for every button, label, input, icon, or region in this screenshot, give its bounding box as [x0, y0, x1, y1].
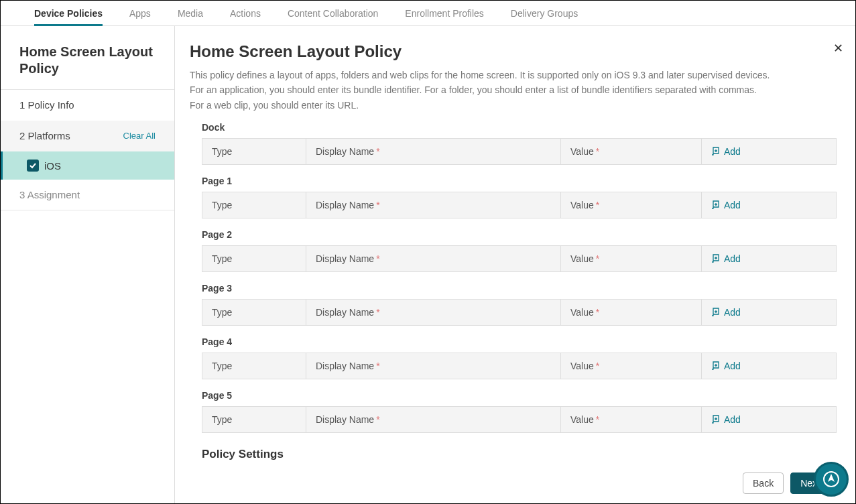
- add-label: Add: [724, 253, 741, 264]
- tab-actions[interactable]: Actions: [230, 1, 261, 25]
- header-row: Type Display Name* Value* Add: [202, 353, 837, 379]
- add-icon: [711, 254, 721, 263]
- clear-all-link[interactable]: Clear All: [123, 131, 156, 141]
- compass-icon: [822, 470, 840, 488]
- add-icon: [711, 361, 721, 371]
- col-value: Value*: [561, 407, 702, 432]
- navigation-fab[interactable]: [814, 462, 849, 497]
- col-display-name: Display Name*: [306, 353, 561, 379]
- col-add: Add: [702, 407, 836, 432]
- header-row: Type Display Name* Value* Add: [202, 192, 837, 218]
- content-area: ✕ Home Screen Layout Policy This policy …: [175, 26, 855, 503]
- tab-enrollment-profiles[interactable]: Enrollment Profiles: [405, 1, 484, 25]
- tab-media[interactable]: Media: [178, 1, 203, 25]
- header-row: Type Display Name* Value* Add: [202, 406, 837, 433]
- sidebar: Home Screen Layout Policy 1 Policy Info …: [1, 26, 175, 503]
- add-icon: [711, 147, 721, 156]
- section-label: Page 3: [202, 283, 837, 294]
- col-display-name: Display Name*: [306, 300, 561, 325]
- section-page-4: Page 4 Type Display Name* Value* Add: [202, 336, 837, 379]
- add-label: Add: [724, 307, 741, 318]
- desc-line-3: For a web clip, you should enter its URL…: [190, 98, 837, 113]
- section-label: Page 2: [202, 229, 837, 240]
- add-label: Add: [724, 200, 741, 210]
- col-display-name: Display Name*: [306, 192, 561, 218]
- col-type: Type: [202, 246, 306, 271]
- platform-ios[interactable]: iOS: [1, 151, 174, 180]
- col-type: Type: [202, 139, 306, 164]
- add-button[interactable]: Add: [711, 200, 741, 210]
- col-add: Add: [702, 139, 836, 164]
- col-value: Value*: [561, 353, 702, 379]
- section-page-3: Page 3 Type Display Name* Value* Add: [202, 283, 837, 326]
- col-value: Value*: [561, 192, 702, 218]
- add-button[interactable]: Add: [711, 307, 741, 318]
- col-add: Add: [702, 300, 836, 325]
- add-button[interactable]: Add: [711, 146, 741, 157]
- col-add: Add: [702, 246, 836, 271]
- col-type: Type: [202, 353, 306, 379]
- col-value: Value*: [561, 139, 702, 164]
- platform-ios-label: iOS: [44, 160, 61, 172]
- sidebar-title: Home Screen Layout Policy: [1, 26, 174, 90]
- add-button[interactable]: Add: [711, 414, 741, 425]
- add-label: Add: [724, 361, 741, 371]
- page-title: Home Screen Layout Policy: [190, 42, 837, 61]
- section-page-1: Page 1 Type Display Name* Value* Add: [202, 176, 837, 218]
- header-row: Type Display Name* Value* Add: [202, 245, 837, 272]
- step-platforms-label: 2 Platforms: [19, 130, 70, 141]
- col-type: Type: [202, 300, 306, 325]
- add-icon: [711, 415, 721, 424]
- section-page-2: Page 2 Type Display Name* Value* Add: [202, 229, 837, 272]
- close-icon[interactable]: ✕: [833, 41, 843, 56]
- add-icon: [711, 308, 721, 317]
- add-button[interactable]: Add: [711, 361, 741, 371]
- step-policy-info[interactable]: 1 Policy Info: [1, 90, 174, 121]
- tab-delivery-groups[interactable]: Delivery Groups: [511, 1, 578, 25]
- add-icon: [711, 200, 721, 210]
- section-label: Dock: [202, 122, 837, 133]
- checkbox-ios-icon[interactable]: [27, 160, 39, 172]
- col-display-name: Display Name*: [306, 139, 561, 164]
- step-assignment[interactable]: 3 Assignment: [1, 180, 174, 210]
- section-label: Page 1: [202, 176, 837, 186]
- col-display-name: Display Name*: [306, 246, 561, 271]
- back-button[interactable]: Back: [743, 472, 784, 494]
- tab-apps[interactable]: Apps: [129, 1, 151, 25]
- section-dock: Dock Type Display Name* Value* Add: [202, 122, 837, 165]
- tab-content-collaboration[interactable]: Content Collaboration: [288, 1, 378, 25]
- step-platforms[interactable]: 2 Platforms Clear All: [1, 121, 174, 151]
- add-button[interactable]: Add: [711, 253, 741, 264]
- col-add: Add: [702, 353, 836, 379]
- col-display-name: Display Name*: [306, 407, 561, 432]
- col-add: Add: [702, 192, 836, 218]
- section-page-5: Page 5 Type Display Name* Value* Add: [202, 390, 837, 433]
- header-row: Type Display Name* Value* Add: [202, 138, 837, 165]
- tab-device-policies[interactable]: Device Policies: [34, 1, 103, 25]
- col-type: Type: [202, 192, 306, 218]
- col-value: Value*: [561, 300, 702, 325]
- col-type: Type: [202, 407, 306, 432]
- add-label: Add: [724, 146, 741, 157]
- top-tabs: Device Policies Apps Media Actions Conte…: [1, 1, 855, 26]
- desc-line-1: This policy defines a layout of apps, fo…: [190, 68, 837, 82]
- policy-description: This policy defines a layout of apps, fo…: [190, 68, 837, 113]
- section-label: Page 5: [202, 390, 837, 401]
- policy-settings-heading: Policy Settings: [202, 448, 837, 461]
- col-value: Value*: [561, 246, 702, 271]
- section-label: Page 4: [202, 336, 837, 347]
- add-label: Add: [724, 414, 741, 425]
- desc-line-2: For an application, you should enter its…: [190, 82, 837, 97]
- header-row: Type Display Name* Value* Add: [202, 299, 837, 326]
